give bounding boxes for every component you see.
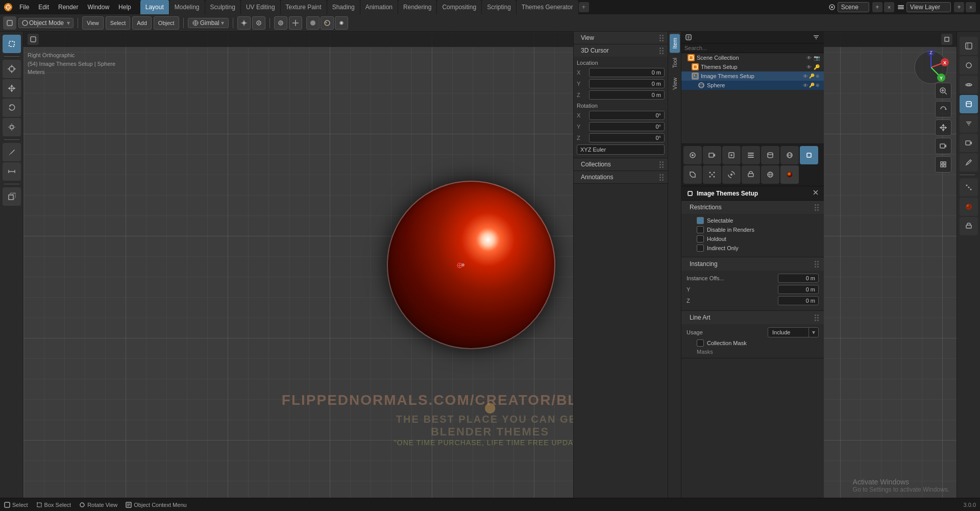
constraints-props-btn[interactable]	[742, 165, 760, 184]
collections-section-header[interactable]: Collections	[574, 158, 668, 171]
render-icon[interactable]: 📷	[814, 55, 820, 61]
tab-shading[interactable]: Shading	[327, 0, 360, 14]
annotations-section-header[interactable]: Annotations	[574, 171, 668, 183]
view-layer-add-btn[interactable]: +	[954, 2, 964, 12]
select-menu-btn[interactable]: Select	[106, 16, 131, 30]
themes-eye-icon[interactable]: 👁	[806, 64, 812, 70]
filters-btn[interactable]	[960, 114, 978, 133]
line-art-header[interactable]: Line Art	[681, 311, 824, 324]
sphere-extra-icon[interactable]: ⊕	[816, 83, 820, 88]
image-key-icon[interactable]: 🔑	[809, 74, 815, 79]
camera-view-btn[interactable]	[935, 138, 951, 154]
world-props-btn[interactable]	[780, 146, 799, 164]
particles-data-btn[interactable]	[960, 178, 978, 197]
cursor-x-input[interactable]: 0 m	[589, 68, 665, 77]
rotate-tool[interactable]	[3, 99, 21, 117]
material-props-btn[interactable]	[780, 165, 799, 184]
view-layer-props-btn[interactable]	[742, 146, 760, 164]
disable-renders-checkbox[interactable]	[697, 226, 704, 233]
render-props-btn[interactable]	[703, 146, 721, 164]
particles-props-btn[interactable]	[703, 165, 721, 184]
snap-btn[interactable]	[237, 16, 251, 30]
euler-dropdown[interactable]: XYZ Euler	[577, 144, 665, 155]
output-props-btn[interactable]	[722, 146, 741, 164]
image-extra-icon[interactable]: ⊕	[816, 74, 820, 79]
props-close-btn[interactable]	[813, 189, 819, 197]
sphere-item[interactable]: Sphere 👁 🔑 ⊕	[681, 81, 824, 90]
material-data-btn[interactable]	[960, 198, 978, 216]
physics-props-btn[interactable]	[722, 165, 741, 184]
editor-type-btn[interactable]	[3, 16, 16, 30]
collection-mask-checkbox[interactable]	[697, 339, 704, 347]
pan-tool[interactable]	[935, 119, 951, 136]
tab-layout[interactable]: Layout	[140, 0, 169, 14]
tab-texture-paint[interactable]: Texture Paint	[281, 0, 327, 14]
instance-z-input[interactable]: 0 m	[778, 296, 819, 305]
proportional-edit-btn[interactable]	[252, 16, 265, 30]
viewport-type-btn[interactable]	[28, 34, 39, 45]
tab-sculpting[interactable]: Sculpting	[205, 0, 240, 14]
instance-offset-x-input[interactable]: 0 m	[778, 274, 819, 283]
sphere-key-icon[interactable]: 🔑	[809, 83, 815, 88]
tab-animation[interactable]: Animation	[360, 0, 398, 14]
menu-file[interactable]: File	[15, 3, 33, 12]
view-layer-selector[interactable]: View Layer	[906, 2, 951, 12]
themes-setup-item[interactable]: Themes Setup 👁 🔑	[681, 62, 824, 71]
filter-icon[interactable]	[813, 34, 820, 41]
menu-window[interactable]: Window	[83, 3, 113, 12]
overlay-btn[interactable]	[274, 16, 287, 30]
zoom-tool[interactable]	[935, 83, 951, 99]
tab-uv-editing[interactable]: UV Editing	[241, 0, 280, 14]
menu-help[interactable]: Help	[114, 3, 135, 12]
material-shading-btn[interactable]	[321, 16, 334, 30]
gimbal-selector[interactable]: Gimbal ▾	[188, 18, 229, 28]
cursor-ry-input[interactable]: 0°	[589, 122, 665, 131]
solid-shading-btn[interactable]	[306, 16, 320, 30]
cursor-rx-input[interactable]: 0°	[589, 111, 665, 120]
sphere-eye-icon[interactable]: 👁	[803, 83, 808, 88]
holdout-checkbox[interactable]	[697, 235, 704, 242]
render-properties-btn[interactable]	[960, 134, 978, 152]
instancing-header[interactable]: Instancing	[681, 257, 824, 271]
orbit-tool[interactable]	[935, 101, 951, 117]
image-eye-icon[interactable]: 👁	[803, 74, 808, 79]
menu-render[interactable]: Render	[54, 3, 82, 12]
modifier-props-btn[interactable]	[683, 165, 702, 184]
select-box-tool[interactable]	[3, 35, 21, 53]
object-mode-dropdown[interactable]: Object Mode ▾	[18, 18, 74, 28]
object-collection-btn[interactable]	[960, 95, 978, 113]
properties-panel-toggle[interactable]	[960, 37, 978, 55]
menu-edit[interactable]: Edit	[34, 3, 53, 12]
edit-mode-btn[interactable]	[960, 153, 978, 172]
restrictions-header[interactable]: Restrictions	[681, 201, 824, 214]
usage-dropdown[interactable]: Include ▾	[768, 327, 819, 337]
tab-compositing[interactable]: Compositing	[437, 0, 481, 14]
eye-icon[interactable]: 👁	[806, 55, 812, 61]
cursor-z-input[interactable]: 0 m	[589, 90, 665, 100]
add-workspace-tab[interactable]: +	[579, 2, 589, 12]
measure-tool[interactable]	[3, 162, 21, 181]
rendered-shading-btn[interactable]	[335, 16, 348, 30]
data-props-btn[interactable]	[761, 165, 779, 184]
object-menu-btn[interactable]: Object	[154, 16, 179, 30]
scene-close-btn[interactable]: ×	[884, 2, 894, 12]
instance-y-input[interactable]: 0 m	[778, 285, 819, 294]
scene-collection-item[interactable]: Scene Collection 👁 📷	[681, 53, 824, 62]
constraints-data-btn[interactable]	[960, 217, 978, 235]
themes-key-icon[interactable]: 🔑	[814, 64, 820, 70]
cursor-rz-input[interactable]: 0°	[589, 133, 665, 142]
scene-properties-btn[interactable]	[960, 56, 978, 75]
view-section-header[interactable]: View	[574, 32, 668, 44]
move-tool[interactable]	[3, 79, 21, 98]
tab-themes-generator[interactable]: Themes Generator	[517, 0, 578, 14]
tab-tool[interactable]: Tool	[670, 54, 680, 72]
cursor-section-header[interactable]: 3D Cursor	[574, 44, 668, 57]
outliner-search-input[interactable]	[681, 43, 824, 53]
axis-gizmo[interactable]: X Y Z	[913, 50, 949, 85]
gizmo-btn[interactable]	[289, 16, 302, 30]
indirect-only-checkbox[interactable]	[697, 245, 704, 252]
tab-scripting[interactable]: Scripting	[482, 0, 516, 14]
view-properties-btn[interactable]	[960, 76, 978, 94]
image-themes-setup-item[interactable]: Image Themes Setup 👁 🔑 ⊕	[681, 71, 824, 81]
annotate-tool[interactable]	[3, 143, 21, 161]
